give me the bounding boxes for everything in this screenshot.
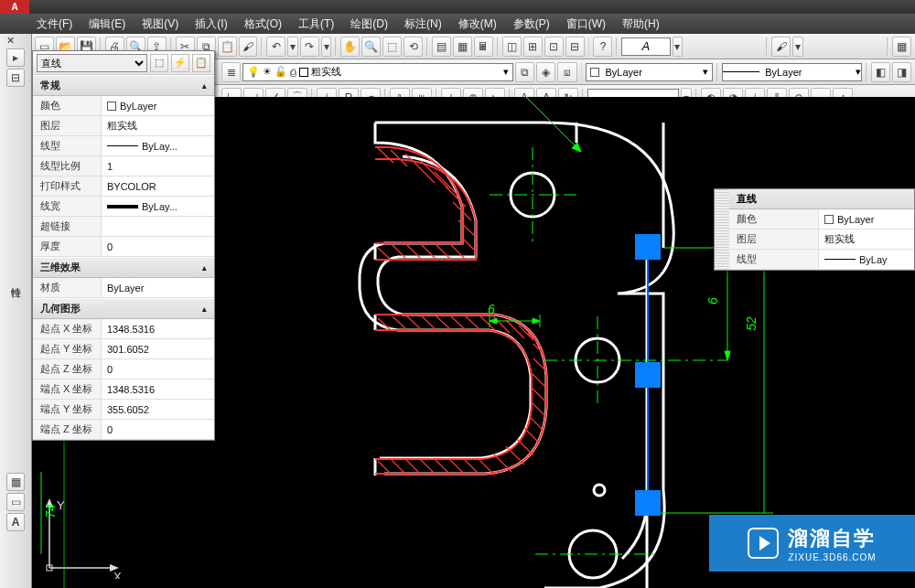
- property-row[interactable]: 图层粗实线: [729, 230, 914, 250]
- quick-properties-palette[interactable]: 直线 颜色ByLayer图层粗实线线型ByLay: [714, 188, 915, 271]
- prop-value[interactable]: 1348.5316: [102, 319, 214, 338]
- text-style-drop-icon[interactable]: ▾: [673, 37, 683, 57]
- prop-value[interactable]: 粗实线: [819, 230, 914, 249]
- menu-insert[interactable]: 插入(I): [195, 16, 227, 32]
- property-row[interactable]: 厚度0: [33, 237, 214, 257]
- zoom-icon[interactable]: 🔍: [361, 37, 381, 57]
- paste-icon[interactable]: 📋: [218, 37, 237, 57]
- close-panel-icon[interactable]: ✕: [4, 34, 16, 47]
- grip-endpoint-bottom[interactable]: [635, 490, 661, 516]
- brush-icon[interactable]: 🖌: [771, 37, 791, 57]
- prop-value[interactable]: 301.6052: [102, 339, 214, 358]
- layer-state-icon[interactable]: ⧉: [515, 62, 534, 82]
- palette-quickselect-icon[interactable]: ⚡: [171, 54, 189, 72]
- prop-value[interactable]: 0: [102, 237, 214, 256]
- prop-value[interactable]: ByLayer: [102, 96, 214, 115]
- prop-value[interactable]: 1348.5316: [102, 380, 214, 399]
- prop-value[interactable]: 1: [102, 156, 214, 176]
- extra-btn2-icon[interactable]: ◨: [892, 62, 911, 82]
- sheet-icon[interactable]: ▤: [432, 37, 451, 57]
- prop-value[interactable]: 355.6052: [102, 400, 214, 419]
- palette-picker-icon[interactable]: ⬚: [150, 54, 168, 72]
- prop-value[interactable]: ByLayer: [102, 278, 214, 297]
- menu-tools[interactable]: 工具(T): [298, 16, 334, 32]
- calc-icon[interactable]: 🖩: [474, 37, 493, 57]
- property-row[interactable]: 起点 Z 坐标0: [33, 359, 214, 380]
- zoom-window-icon[interactable]: ⬚: [382, 37, 402, 57]
- ungroup-icon[interactable]: ⊟: [565, 37, 585, 57]
- menu-dim[interactable]: 标注(N): [404, 16, 442, 32]
- menu-param[interactable]: 参数(P): [513, 16, 550, 32]
- section-general[interactable]: 常规▴: [33, 75, 214, 96]
- layer-walk-icon[interactable]: ⧆: [557, 62, 576, 82]
- extra-btn1-icon[interactable]: ◧: [871, 62, 890, 82]
- prop-value[interactable]: ByLayer: [819, 209, 914, 229]
- menu-view[interactable]: 视图(V): [142, 16, 178, 32]
- redo-drop-icon[interactable]: ▾: [321, 37, 331, 57]
- property-row[interactable]: 线型ByLay...: [33, 136, 214, 156]
- menu-modify[interactable]: 修改(M): [458, 16, 497, 32]
- dock-arrow-icon[interactable]: ▸: [6, 48, 25, 67]
- menu-file[interactable]: 文件(F): [37, 16, 72, 32]
- object-type-select[interactable]: 直线: [37, 54, 147, 72]
- prop-value[interactable]: 0: [102, 420, 214, 439]
- dock-doc-icon[interactable]: ▭: [6, 493, 25, 511]
- menu-help[interactable]: 帮助(H): [622, 16, 660, 32]
- prop-value[interactable]: 粗实线: [102, 116, 214, 135]
- property-row[interactable]: 线型比例1: [33, 156, 214, 176]
- prop-value[interactable]: ByLay...: [102, 136, 214, 155]
- brush-drop-icon[interactable]: ▾: [792, 37, 802, 57]
- menu-draw[interactable]: 绘图(D): [350, 16, 388, 32]
- property-row[interactable]: 打印样式BYCOLOR: [33, 176, 214, 197]
- prop-value[interactable]: 0: [102, 359, 214, 379]
- property-row[interactable]: 材质ByLayer: [33, 278, 214, 298]
- pan-icon[interactable]: ✋: [340, 37, 360, 57]
- property-row[interactable]: 颜色ByLayer: [33, 96, 214, 116]
- group-icon[interactable]: ⊡: [544, 37, 564, 57]
- property-row[interactable]: 端点 X 坐标1348.5316: [33, 380, 214, 400]
- property-row[interactable]: 颜色ByLayer: [729, 209, 914, 230]
- lineweight-combo[interactable]: ByLayer ▾: [722, 63, 862, 81]
- titlebar-area[interactable]: [29, 0, 915, 14]
- design-center-icon[interactable]: ⊞: [523, 37, 543, 57]
- section-threed[interactable]: 三维效果▴: [33, 257, 214, 278]
- property-row[interactable]: 起点 Y 坐标301.6052: [33, 339, 214, 359]
- zoom-prev-icon[interactable]: ⟲: [404, 37, 423, 57]
- block-icon[interactable]: ◫: [502, 37, 522, 57]
- undo-icon[interactable]: ↶: [266, 37, 285, 57]
- properties-palette[interactable]: 直线 ⬚ ⚡ 📋 常规▴ 颜色ByLayer图层粗实线线型ByLay...线型比…: [32, 50, 215, 441]
- prop-value[interactable]: ByLay: [819, 250, 914, 269]
- prop-value[interactable]: ByLay...: [102, 197, 214, 216]
- property-row[interactable]: 端点 Y 坐标355.6052: [33, 400, 214, 420]
- menu-edit[interactable]: 编辑(E): [89, 16, 125, 32]
- redo-icon[interactable]: ↷: [300, 37, 319, 57]
- layer-iso-icon[interactable]: ◈: [536, 62, 555, 82]
- tool-palette-icon[interactable]: ▦: [453, 37, 472, 57]
- match-icon[interactable]: 🖌: [239, 37, 258, 57]
- menu-format[interactable]: 格式(O): [244, 16, 282, 32]
- palette-pim-icon[interactable]: 📋: [192, 54, 210, 72]
- grip-endpoint-top[interactable]: [635, 234, 661, 260]
- help-icon[interactable]: ?: [593, 37, 612, 57]
- palette2-gripper[interactable]: [715, 189, 729, 270]
- menu-window[interactable]: 窗口(W): [566, 16, 606, 32]
- property-row[interactable]: 线宽ByLay...: [33, 197, 214, 217]
- property-row[interactable]: 起点 X 坐标1348.5316: [33, 319, 214, 339]
- prop-value[interactable]: BYCOLOR: [102, 176, 214, 196]
- layer-props-icon[interactable]: ≣: [221, 62, 241, 82]
- property-row[interactable]: 线型ByLay: [729, 250, 914, 270]
- property-row[interactable]: 端点 Z 坐标0: [33, 420, 214, 440]
- text-style-combo[interactable]: A: [621, 37, 670, 56]
- undo-drop-icon[interactable]: ▾: [287, 37, 297, 57]
- prop-value[interactable]: [102, 217, 214, 236]
- dock-grid-icon[interactable]: ▦: [6, 473, 25, 491]
- table-icon[interactable]: ▦: [892, 37, 911, 57]
- property-row[interactable]: 超链接: [33, 217, 214, 237]
- grip-midpoint[interactable]: [635, 362, 661, 388]
- layer-combo[interactable]: 💡 ☀ 🔓 ⎙ 粗实线 ▾: [242, 63, 513, 81]
- section-geometry[interactable]: 几何图形▴: [33, 298, 214, 319]
- dock-a-icon[interactable]: A: [6, 513, 25, 531]
- color-combo[interactable]: ByLayer ▾: [586, 63, 713, 81]
- dock-pin-icon[interactable]: ⊟: [6, 69, 25, 87]
- property-row[interactable]: 图层粗实线: [33, 116, 214, 136]
